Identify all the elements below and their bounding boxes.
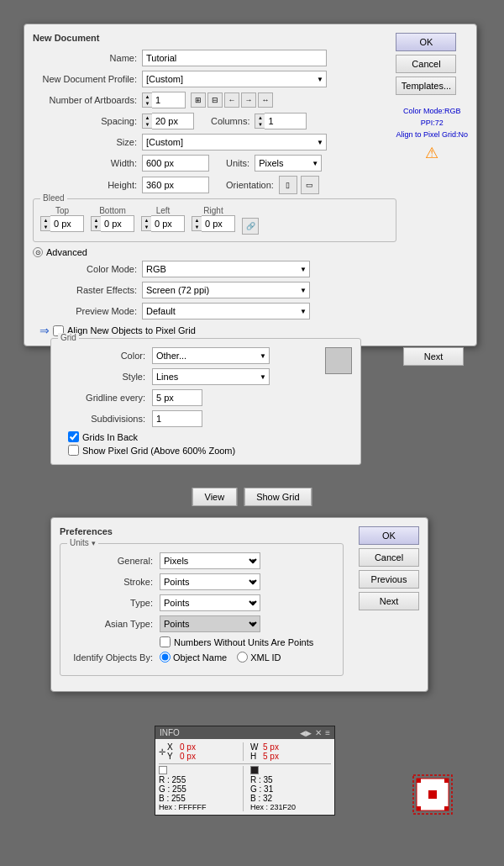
gridline-row: Gridline every: — [60, 389, 352, 406]
rearrange-btn[interactable]: ↔ — [258, 92, 273, 108]
spacing-up[interactable]: ▲ — [143, 114, 152, 121]
bleed-right-col: Right ▲ ▼ — [192, 206, 235, 232]
height-orientation-row: Height: Orientation: ▯ ▭ — [33, 176, 396, 194]
raster-effects-select[interactable]: Screen (72 ppi) — [142, 282, 310, 298]
size-row: Size: [Custom] — [33, 134, 396, 150]
xml-id-label: XML ID — [250, 652, 281, 663]
preview-mode-select[interactable]: Default — [142, 303, 310, 319]
units-select[interactable]: Pixels — [255, 155, 322, 172]
info-xy-group: ✛ X 0 px Y 0 px — [159, 742, 244, 761]
asian-type-select-wrap: Points — [160, 615, 260, 632]
info-menu-icon[interactable]: ≡ — [325, 728, 330, 737]
info-divider — [159, 763, 331, 764]
profile-select[interactable]: [Custom] — [142, 71, 327, 87]
pref-next-button[interactable]: Next — [359, 592, 419, 610]
pref-previous-button[interactable]: Previous — [359, 570, 419, 589]
cancel-button[interactable]: Cancel — [396, 55, 456, 73]
spacing-down[interactable]: ▼ — [143, 121, 152, 128]
color-swatch-white — [159, 766, 167, 774]
collapse-icon[interactable]: ⊙ — [33, 247, 43, 257]
color-mode-info: Color Mode:RGB PPI:72 Align to Pixel Gri… — [396, 105, 468, 140]
bleed-right-up[interactable]: ▲ — [192, 217, 202, 224]
columns-up[interactable]: ▲ — [255, 114, 265, 121]
object-name-radio[interactable] — [160, 652, 171, 663]
info-title: INFO — [160, 728, 180, 737]
bleed-bottom-input[interactable] — [101, 215, 134, 232]
view-button[interactable]: View — [192, 488, 237, 506]
size-select-wrap: [Custom] — [142, 134, 327, 150]
bleed-top-input[interactable] — [50, 215, 84, 232]
size-select[interactable]: [Custom] — [142, 134, 327, 150]
height-input[interactable] — [142, 177, 209, 193]
pref-ok-button[interactable]: OK — [359, 526, 419, 545]
artboards-arrows: ▲ ▼ — [142, 92, 152, 108]
grid-style-label: Style: — [60, 372, 152, 382]
gridline-input[interactable] — [152, 389, 202, 406]
color-right-indicator — [250, 766, 331, 774]
bleed-left-input[interactable] — [151, 215, 185, 232]
grid-style-select[interactable]: Lines — [152, 368, 270, 385]
show-pixel-grid-checkbox[interactable] — [68, 445, 79, 456]
xml-id-radio[interactable] — [237, 652, 248, 663]
grid-by-row-btn[interactable]: ⊞ — [191, 92, 206, 108]
advanced-section: ⊙ Advanced Color Mode: RGB Raster Effect… — [33, 247, 396, 337]
general-select[interactable]: Pixels — [160, 552, 260, 569]
bleed-right-input[interactable] — [202, 215, 235, 232]
name-input[interactable] — [142, 50, 327, 66]
color-mode-select[interactable]: RGB — [142, 261, 310, 277]
grid-by-col-btn[interactable]: ⊟ — [207, 92, 223, 108]
align-label: Align New Objects to Pixel Grid — [67, 325, 196, 335]
b1-value: B : 255 — [159, 794, 239, 803]
bleed-left-up[interactable]: ▲ — [142, 217, 151, 224]
info-wh-group: W 5 px H 5 px — [247, 742, 331, 761]
subdivisions-row: Subdivisions: — [60, 410, 352, 427]
bleed-top-up[interactable]: ▲ — [41, 217, 50, 224]
portrait-btn[interactable]: ▯ — [279, 176, 297, 194]
show-grid-button[interactable]: Show Grid — [244, 488, 312, 506]
pref-cancel-button[interactable]: Cancel — [359, 548, 419, 567]
artboards-down[interactable]: ▼ — [143, 100, 152, 107]
right-to-left-btn[interactable]: ← — [224, 92, 239, 108]
info-close-button[interactable]: ✕ — [315, 728, 322, 737]
right-btn[interactable]: → — [241, 92, 256, 108]
identify-row: Identify Objects By: Object Name XML ID — [67, 652, 336, 663]
artboards-up[interactable]: ▲ — [143, 93, 152, 100]
artboards-input[interactable] — [152, 92, 186, 108]
show-pixel-grid-row: Show Pixel Grid (Above 600% Zoom) — [68, 445, 352, 456]
orientation-label: Orientation: — [226, 180, 274, 190]
pixel-icon-container — [412, 774, 454, 817]
artboards-row: Number of Artboards: ▲ ▼ ⊞ ⊟ ← → ↔ — [33, 92, 396, 108]
bleed-right-down[interactable]: ▼ — [192, 224, 202, 230]
bleed-bottom-down[interactable]: ▼ — [92, 224, 101, 230]
columns-input[interactable] — [265, 113, 307, 129]
view-showgrid-buttons: View Show Grid — [192, 488, 312, 506]
width-input[interactable] — [142, 155, 209, 172]
link-bleed-btn[interactable]: 🔗 — [242, 218, 259, 235]
grids-in-back-checkbox[interactable] — [68, 431, 79, 442]
info-color-left: R : 255 G : 255 B : 255 Hex : FFFFFF — [159, 766, 244, 811]
grid-next-button[interactable]: Next — [403, 347, 464, 366]
grid-color-select[interactable]: Other... — [152, 347, 270, 364]
general-select-wrap: Pixels — [160, 552, 260, 569]
asian-type-select[interactable]: Points — [160, 615, 260, 632]
pref-units-legend: Units ▾ — [67, 538, 98, 547]
subdivisions-input[interactable] — [152, 410, 202, 427]
columns-arrows: ▲ ▼ — [255, 114, 265, 129]
bleed-left-down[interactable]: ▼ — [142, 224, 151, 230]
type-select[interactable]: Points — [160, 594, 260, 611]
bleed-right-spinner: ▲ ▼ — [192, 215, 235, 232]
numbers-checkbox[interactable] — [160, 636, 171, 647]
bleed-bottom-up[interactable]: ▲ — [92, 217, 101, 224]
bleed-top-down[interactable]: ▼ — [41, 224, 50, 230]
ok-button[interactable]: OK — [396, 33, 456, 51]
spacing-input[interactable] — [152, 113, 194, 129]
info-wh: W 5 px H 5 px — [250, 742, 279, 761]
warning-icon: ⚠ — [396, 144, 468, 162]
landscape-btn[interactable]: ▭ — [301, 176, 319, 194]
grid-color-swatch[interactable] — [325, 347, 352, 374]
stroke-select[interactable]: Points — [160, 573, 260, 590]
columns-down[interactable]: ▼ — [255, 121, 265, 128]
bleed-bottom-label: Bottom — [99, 206, 126, 215]
templates-button[interactable]: Templates... — [396, 77, 456, 95]
x-label: X — [167, 742, 177, 752]
